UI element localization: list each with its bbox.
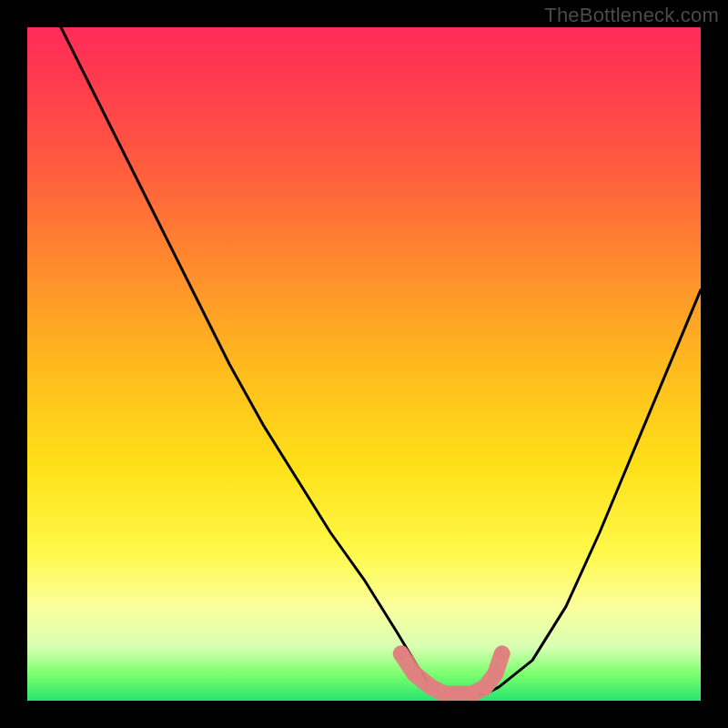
bottleneck-chart	[27, 27, 701, 701]
watermark-text: TheBottleneck.com	[544, 4, 719, 27]
bottleneck-curve	[61, 27, 701, 694]
optimal-region-dot	[408, 666, 422, 681]
optimal-region-dot	[424, 680, 439, 694]
optimal-region-dot	[394, 646, 409, 661]
plot-area	[27, 27, 701, 701]
optimal-region-dot	[438, 687, 452, 701]
optimal-region-dot	[464, 687, 479, 701]
optimal-region-dot	[451, 687, 466, 701]
optimal-region-dot	[495, 646, 510, 661]
chart-frame: TheBottleneck.com	[0, 0, 728, 728]
optimal-region-dot	[488, 666, 502, 681]
optimal-region-dot	[478, 680, 492, 694]
